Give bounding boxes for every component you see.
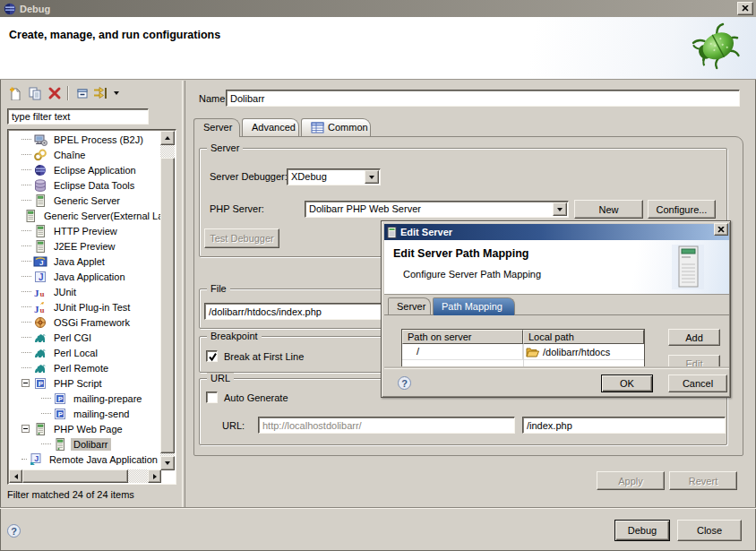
tree-item-mailing-prepare[interactable]: Pmailing-prepare	[9, 391, 160, 406]
tree-item-eclipse-application[interactable]: Eclipse Application	[9, 162, 160, 177]
url-label: URL:	[222, 420, 245, 431]
add-mapping-button[interactable]: Add	[668, 329, 720, 346]
tree-item-dolibarr[interactable]: Dolibarr	[9, 436, 160, 452]
tree-item-j2ee-preview[interactable]: J2EE Preview	[9, 238, 160, 254]
debug-button[interactable]: Debug	[614, 520, 670, 541]
scroll-right-button[interactable]	[148, 469, 161, 483]
vscroll-track[interactable]	[160, 145, 175, 158]
tree-content: BPEL Process (B2J)ChaîneEclipse Applicat…	[9, 132, 160, 469]
tree-item-generic-server-external-la[interactable]: Generic Server(External La	[9, 208, 160, 223]
hscroll-thumb[interactable]	[22, 469, 128, 483]
scroll-left-button[interactable]	[9, 469, 22, 483]
eclipse-logo-icon	[4, 3, 16, 15]
tree-item-bpel-process-b2j[interactable]: BPEL Process (B2J)	[9, 132, 160, 147]
hscroll-track[interactable]	[128, 469, 148, 483]
tree-item-java-applet[interactable]: JJava Applet	[9, 254, 160, 269]
tree-connector	[21, 261, 31, 262]
test-debugger-button[interactable]: Test Debugger	[204, 228, 279, 248]
edit-server-header: Edit Server Path Mapping Configure Serve…	[384, 240, 729, 295]
tab-dialog-server[interactable]: Server	[388, 297, 431, 314]
collapse-all-icon[interactable]	[72, 84, 91, 102]
tree-connector	[41, 443, 51, 444]
name-input[interactable]	[226, 90, 740, 107]
tab-common[interactable]: Common	[301, 118, 371, 136]
col-path-on-server[interactable]: Path on server	[402, 330, 523, 344]
server-debugger-combo[interactable]: XDebug	[287, 168, 381, 185]
tree-item-php-web-page[interactable]: PHP Web Page	[9, 421, 160, 436]
scroll-up-button[interactable]	[160, 131, 175, 145]
tree-item-mailing-send[interactable]: Pmailing-send	[9, 406, 160, 421]
cancel-button[interactable]: Cancel	[668, 375, 727, 392]
tree-item-http-preview[interactable]: HTTP Preview	[9, 223, 160, 238]
folder-icon	[526, 347, 539, 357]
dialog-help-icon[interactable]: ?	[398, 376, 411, 390]
tab-server[interactable]: Server	[193, 118, 240, 137]
filter-input[interactable]	[7, 108, 149, 125]
tree-item-perl-local[interactable]: Perl Local	[9, 345, 160, 360]
tree-item-junit[interactable]: JuJUnit	[9, 284, 160, 299]
svg-text:J: J	[34, 453, 39, 462]
tree-connector	[21, 276, 31, 277]
configure-button[interactable]: Configure...	[648, 200, 716, 219]
tree-item-perl-remote[interactable]: Perl Remote	[9, 360, 160, 375]
path-mapping-table[interactable]: Path on server Local path //dolibarr/htd…	[401, 329, 645, 368]
tree-item-remote-java-application[interactable]: JRemote Java Application	[9, 452, 160, 467]
php-server-combo[interactable]: Dolibarr PHP Web Server	[305, 201, 569, 218]
tab-advanced[interactable]: Advanced	[242, 118, 299, 136]
tree-item-perl-cgi[interactable]: Perl CGI	[9, 330, 160, 345]
revert-button[interactable]: Revert	[669, 471, 737, 490]
url-path-input[interactable]	[522, 417, 726, 434]
tab-path-mapping[interactable]: Path Mapping	[433, 297, 515, 315]
bpel-process-icon	[33, 133, 47, 147]
tree-item-eclipse-data-tools[interactable]: Eclipse Data Tools	[9, 177, 160, 193]
svg-text:u: u	[40, 288, 45, 297]
apply-button[interactable]: Apply	[597, 471, 665, 490]
configurations-toolbar	[5, 84, 122, 102]
tree-connector	[21, 337, 31, 338]
delete-config-icon[interactable]	[45, 84, 64, 102]
new-config-icon[interactable]	[5, 84, 25, 102]
svg-text:P: P	[58, 409, 64, 418]
filter-config-icon[interactable]	[91, 84, 111, 102]
new-server-button[interactable]: New	[574, 200, 643, 219]
osgi-icon	[33, 315, 47, 330]
window-titlebar: Debug	[0, 0, 756, 17]
tree-item-php-script[interactable]: PPHP Script	[9, 375, 160, 391]
svg-text:J: J	[34, 303, 39, 314]
url-base-input	[258, 417, 515, 434]
server-icon	[33, 239, 47, 254]
close-button[interactable]: Close	[677, 520, 742, 541]
help-icon[interactable]: ?	[7, 524, 21, 538]
ok-button[interactable]: OK	[601, 375, 653, 392]
filter-menu-caret-icon[interactable]	[111, 84, 122, 102]
tree-item-osgi-framework[interactable]: OSGi Framework	[9, 314, 160, 330]
php-server-label: PHP Server:	[210, 203, 264, 214]
table-header: Path on server Local path	[402, 330, 644, 344]
tree-item-junit-plug-in-test[interactable]: JuJUnit Plug-in Test	[9, 299, 160, 314]
tree-connector	[21, 306, 31, 307]
combo-arrow-icon[interactable]	[365, 170, 379, 184]
panel-sash[interactable]	[182, 81, 185, 507]
chain-icon	[33, 148, 47, 162]
server-tower-icon	[672, 245, 704, 289]
duplicate-config-icon[interactable]	[25, 84, 45, 102]
auto-generate-checkbox[interactable]	[206, 392, 218, 403]
combo-arrow-icon[interactable]	[553, 202, 567, 216]
expander-minus-icon[interactable]	[21, 379, 30, 387]
expander-minus-icon[interactable]	[21, 425, 30, 433]
server-icon	[33, 224, 47, 238]
tree-item-generic-server[interactable]: Generic Server	[9, 193, 160, 208]
debug-configurations-window: Debug Create, manage, and run configurat…	[0, 0, 756, 551]
dialog-heading: Edit Server Path Mapping	[393, 247, 528, 260]
tree-item-cha-ne[interactable]: Chaîne	[9, 147, 160, 162]
window-close-button[interactable]	[737, 2, 753, 15]
vscroll-thumb[interactable]	[160, 158, 175, 453]
edit-mapping-button[interactable]: Edit	[668, 355, 720, 368]
edit-server-close-button[interactable]	[714, 223, 728, 236]
tree-item-java-application[interactable]: JJava Application	[9, 269, 160, 284]
toolbar-separator	[67, 86, 69, 100]
col-local-path[interactable]: Local path	[523, 330, 644, 344]
scroll-down-button[interactable]	[160, 456, 175, 470]
path-mapping-panel: Path on server Local path //dolibarr/htd…	[384, 314, 729, 368]
break-first-line-checkbox[interactable]	[206, 350, 218, 362]
